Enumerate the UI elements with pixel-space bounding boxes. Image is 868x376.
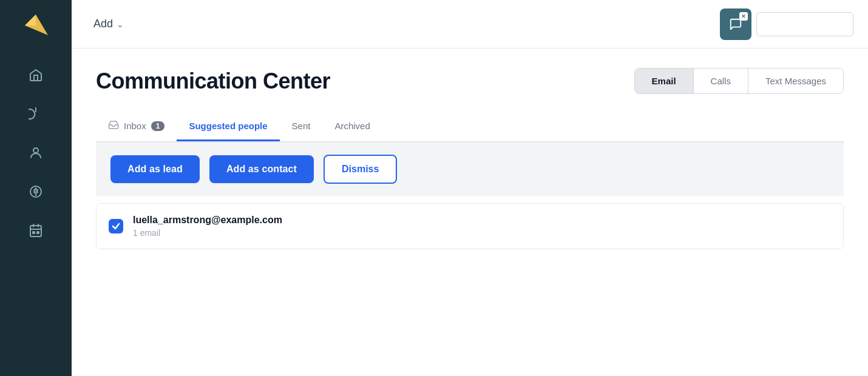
sub-tab-sent[interactable]: Sent: [280, 112, 323, 141]
sidebar-item-calendar[interactable]: [19, 213, 53, 247]
sub-tab-group: Inbox 1 Suggested people Sent Archived: [96, 111, 844, 143]
page-header: Communication Center Email Calls Text Me…: [96, 68, 844, 94]
sub-tab-inbox-label: Inbox: [124, 121, 146, 131]
action-bar: Add as lead Add as contact Dismiss: [96, 143, 844, 196]
tab-text-messages[interactable]: Text Messages: [748, 69, 843, 93]
topbar: Add ⌄ ✕: [72, 0, 868, 49]
svg-marker-1: [25, 15, 36, 25]
email-list: luella_armstrong@example.com 1 email: [96, 203, 844, 249]
inbox-badge: 1: [151, 121, 165, 131]
sub-tab-suggested[interactable]: Suggested people: [177, 112, 279, 141]
add-contact-button[interactable]: Add as contact: [209, 155, 314, 183]
topbar-right: ✕: [720, 8, 853, 40]
inbox-icon: [108, 119, 119, 132]
sidebar: [0, 0, 72, 376]
search-input[interactable]: [756, 12, 853, 36]
topbar-left: Add ⌄: [86, 13, 131, 35]
sub-tab-archived[interactable]: Archived: [322, 112, 382, 141]
chat-toggle-button[interactable]: ✕: [720, 8, 751, 40]
main-tab-group: Email Calls Text Messages: [634, 68, 844, 94]
svg-rect-5: [33, 232, 35, 233]
email-info: luella_armstrong@example.com 1 email: [133, 215, 282, 238]
checkbox-checked[interactable]: [109, 219, 123, 233]
tab-email[interactable]: Email: [635, 69, 694, 93]
svg-point-2: [33, 148, 38, 153]
sidebar-logo[interactable]: [18, 7, 54, 44]
add-label: Add: [93, 18, 113, 30]
sidebar-item-power[interactable]: [19, 97, 53, 131]
sub-tab-inbox[interactable]: Inbox 1: [96, 111, 177, 143]
sub-tab-archived-label: Archived: [334, 121, 370, 131]
svg-rect-4: [30, 226, 41, 237]
add-lead-button[interactable]: Add as lead: [110, 155, 200, 183]
chat-x-badge: ✕: [739, 12, 748, 21]
sidebar-item-finance[interactable]: [19, 175, 53, 209]
dismiss-button[interactable]: Dismiss: [324, 155, 397, 184]
add-button[interactable]: Add ⌄: [86, 13, 131, 35]
email-count: 1 email: [133, 228, 282, 238]
table-row: luella_armstrong@example.com 1 email: [97, 204, 843, 249]
sub-tab-sent-label: Sent: [292, 121, 311, 131]
email-address: luella_armstrong@example.com: [133, 215, 282, 226]
sidebar-item-home[interactable]: [19, 58, 53, 92]
sub-tab-suggested-label: Suggested people: [189, 121, 267, 131]
svg-rect-6: [37, 232, 39, 233]
page-title: Communication Center: [96, 69, 330, 94]
chevron-down-icon: ⌄: [117, 19, 124, 29]
content-area: Communication Center Email Calls Text Me…: [72, 49, 868, 376]
main-content: Add ⌄ ✕ Communication Center Email Calls…: [72, 0, 868, 376]
sidebar-item-user[interactable]: [19, 136, 53, 170]
tab-calls[interactable]: Calls: [694, 69, 748, 93]
